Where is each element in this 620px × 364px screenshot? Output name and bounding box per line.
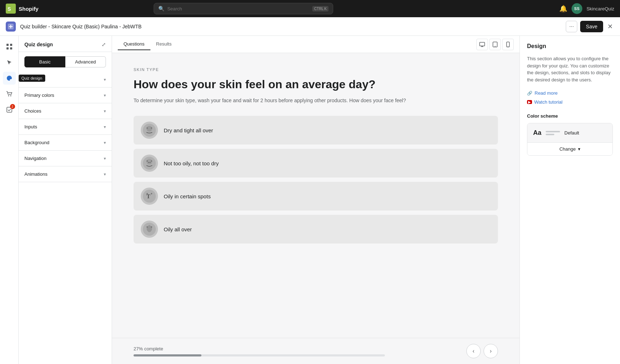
save-button[interactable]: Save [580,21,603,32]
section-font-chevron: ▾ [104,77,106,82]
section-navigation-header[interactable]: Navigation ▾ [19,151,112,166]
quiz-preview: SKIN TYPE How does your skin feel on an … [112,53,519,338]
svg-point-24 [146,159,152,165]
quiz-design-tooltip: Quiz design [19,75,45,82]
search-input[interactable] [167,6,309,11]
design-sidebar-expand-icon[interactable]: ⤢ [102,42,106,47]
section-background: Background ▾ [19,135,112,151]
device-buttons [476,39,514,50]
svg-point-10 [10,78,11,79]
svg-point-8 [9,77,9,77]
search-icon: 🔍 [158,6,164,11]
svg-point-31 [146,193,148,194]
preview-toolbar: Questions Results [112,36,519,53]
right-panel-description: This section allows you to configure the… [527,55,613,83]
right-panel-links: 🔗 Read more ▶ Watch tutorial [527,90,613,105]
section-primary-colors-header[interactable]: Primary colors ▾ [19,88,112,103]
choice-combination[interactable]: T Oily in certain spots [134,182,498,211]
section-animations-chevron: ▾ [104,172,106,177]
choice-balanced-icon [141,155,158,172]
section-background-chevron: ▾ [104,140,106,145]
color-scheme-aa-text: Aa [533,129,541,137]
choice-dry-label: Dry and tight all over [164,127,213,133]
prev-button[interactable]: ‹ [466,344,481,358]
svg-point-12 [10,95,11,96]
choice-oily[interactable]: Oily all over [134,215,498,244]
section-choices: Choices ▾ [19,103,112,119]
grid-nav-button[interactable] [3,40,16,53]
tab-advanced[interactable]: Advanced [65,56,106,67]
choice-combination-icon: T [141,188,158,205]
svg-point-27 [148,162,149,163]
sub-header: Quiz builder - Skincare Quiz (Basic) Pau… [0,17,620,36]
design-sidebar-title: Quiz design [24,42,53,47]
watch-tutorial-link[interactable]: ▶ Watch tutorial [527,99,613,105]
section-choices-chevron: ▾ [104,109,106,114]
progress-section: 27% complete [134,346,466,356]
search-bar[interactable]: 🔍 CTRL K [154,3,333,14]
design-sidebar: Quiz design ⤢ Basic Advanced Font ▾ Prim… [19,36,112,364]
section-primary-colors-chevron: ▾ [104,93,106,98]
design-tabs: Basic Advanced [19,52,112,72]
section-animations: Animations ▾ [19,166,112,182]
svg-rect-5 [6,47,9,49]
choice-balanced-label: Not too oily, not too dry [164,160,219,166]
section-inputs-chevron: ▾ [104,124,106,129]
color-scheme-name: Default [564,130,579,136]
choice-balanced[interactable]: Not too oily, not too dry [134,149,498,178]
change-chevron-icon: ▾ [578,146,581,152]
choice-dry[interactable]: Dry and tight all over [134,116,498,145]
progress-bar-track [134,354,385,356]
shopify-logo-text: Shopify [19,6,38,12]
design-sidebar-header: Quiz design ⤢ [19,36,112,52]
progress-label: 27% complete [134,346,466,351]
tasks-badge: 2 [10,104,15,109]
design-nav-button[interactable]: Quiz design [3,72,16,85]
color-scheme-card: Aa Default Change ▾ [527,123,613,156]
section-primary-colors: Primary colors ▾ [19,88,112,103]
svg-point-32 [151,193,152,194]
tablet-view-button[interactable] [489,39,501,50]
read-more-link[interactable]: 🔗 Read more [527,90,613,96]
cart-nav-button[interactable] [3,88,16,100]
desktop-view-button[interactable] [476,39,488,50]
cursor-nav-button[interactable] [3,56,16,69]
close-button[interactable]: ✕ [606,21,614,32]
color-scheme-line-1 [546,131,560,132]
section-choices-header[interactable]: Choices ▾ [19,103,112,119]
app-icon [6,22,16,32]
quiz-footer: 27% complete ‹ › [112,338,519,364]
next-button[interactable]: › [484,344,498,358]
section-animations-label: Animations [24,171,47,177]
top-bar: S Shopify 🔍 CTRL K 🔔 SS SkincareQuiz [0,0,620,17]
quiz-question: How does your skin feel on an average da… [134,77,498,91]
section-background-header[interactable]: Background ▾ [19,135,112,150]
notification-bell-icon[interactable]: 🔔 [559,5,567,13]
tasks-nav-button[interactable]: 2 [3,103,16,116]
more-options-button[interactable]: ··· [566,21,577,32]
main-layout: Quiz design 2 Quiz design ⤢ Basic Advanc… [0,36,620,364]
tab-results[interactable]: Results [150,38,177,50]
progress-bar-fill [134,354,201,356]
quiz-label: SKIN TYPE [134,67,498,72]
svg-rect-3 [6,44,9,46]
svg-point-11 [8,95,9,96]
section-navigation-label: Navigation [24,156,46,161]
tab-questions[interactable]: Questions [118,38,150,50]
color-scheme-label: Color scheme [527,113,613,119]
svg-text:S: S [8,6,11,12]
section-animations-header[interactable]: Animations ▾ [19,166,112,182]
section-inputs-header[interactable]: Inputs ▾ [19,119,112,134]
svg-point-21 [146,127,148,129]
page-title: Quiz builder - Skincare Quiz (Basic) Pau… [20,24,561,29]
svg-point-34 [146,226,148,228]
icon-sidebar: Quiz design 2 [0,36,19,364]
tab-basic[interactable]: Basic [24,56,65,67]
change-color-scheme-button[interactable]: Change ▾ [527,142,612,155]
header-actions: ··· Save ✕ [566,21,614,32]
svg-rect-4 [10,44,12,46]
nav-buttons: ‹ › [466,344,498,358]
svg-point-28 [150,162,151,163]
mobile-view-button[interactable] [502,39,514,50]
choice-oily-label: Oily all over [164,226,192,232]
